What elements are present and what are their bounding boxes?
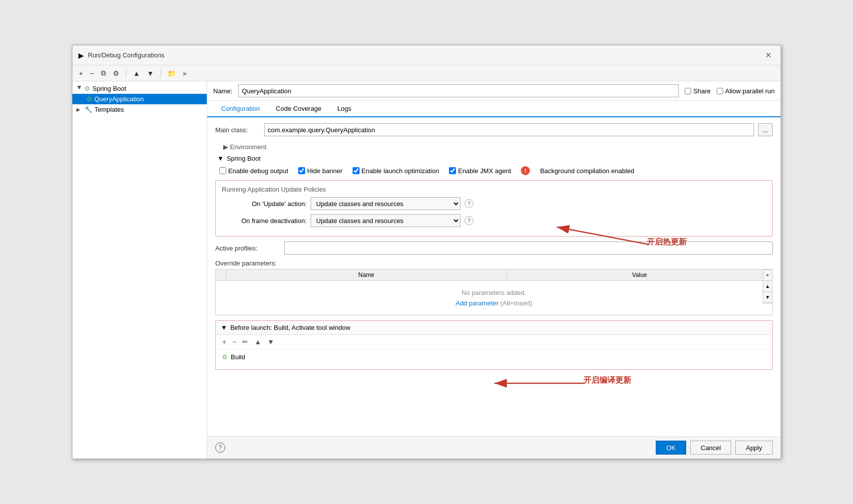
- before-launch-list: ⚙ Build: [216, 349, 772, 369]
- add-param-link[interactable]: Add parameter: [455, 299, 498, 307]
- share-area: Share Allow parallel run: [685, 87, 775, 95]
- sidebar-item-springboot[interactable]: ▶ ⚙ Spring Boot: [72, 83, 207, 94]
- bl-up-button[interactable]: ▲: [252, 337, 264, 347]
- before-launch-header[interactable]: ▼ Before launch: Build, Activate tool wi…: [216, 321, 772, 335]
- add-param-container: Add parameter (Alt+Insert): [220, 299, 768, 307]
- allow-parallel-label: Allow parallel run: [725, 87, 775, 95]
- active-profiles-input[interactable]: [284, 242, 773, 254]
- ok-button[interactable]: OK: [656, 441, 686, 455]
- help-button[interactable]: ?: [215, 443, 225, 453]
- cb-launch-opt-label[interactable]: Enable launch optimization: [353, 167, 439, 175]
- cb-jmx-text: Enable JMX agent: [458, 167, 511, 175]
- table-header-icon: [216, 269, 226, 281]
- cancel-button[interactable]: Cancel: [690, 441, 731, 455]
- window-run-icon: ▶: [78, 51, 84, 59]
- main-class-row: Main class: ...: [215, 123, 773, 136]
- cb-hide-banner[interactable]: [298, 167, 305, 174]
- folder-button[interactable]: 📁: [165, 68, 178, 79]
- templates-arrow-icon: ▶: [76, 107, 82, 112]
- queryapp-icon: ⚙: [86, 95, 92, 103]
- cb-debug-text: Enable debug output: [228, 167, 288, 175]
- tab-logs[interactable]: Logs: [329, 101, 359, 117]
- window: ▶ Run/Debug Configurations ✕ + − ⧉ ⚙ ▲ ▼…: [72, 45, 781, 459]
- bl-down-button[interactable]: ▼: [265, 337, 277, 347]
- before-launch-collapse-icon: ▼: [221, 324, 227, 331]
- cb-hide-banner-text: Hide banner: [307, 167, 343, 175]
- environment-label: ▶ Environment: [223, 143, 267, 151]
- environment-section[interactable]: ▶ Environment: [215, 141, 773, 153]
- active-profiles-row: Active profiles:: [215, 242, 773, 254]
- add-param-hint: (Alt+Insert): [498, 299, 532, 307]
- on-frame-help-icon[interactable]: ?: [464, 216, 473, 225]
- more-button[interactable]: »: [180, 68, 189, 79]
- toolbar-separator-1: [126, 69, 126, 78]
- table-scroll-up[interactable]: +: [763, 270, 772, 281]
- springboot-label: Spring Boot: [92, 85, 126, 92]
- move-down-button[interactable]: ▼: [144, 68, 156, 79]
- update-policies-title: Running Application Update Policies: [222, 186, 766, 193]
- apply-button[interactable]: Apply: [735, 441, 773, 455]
- share-checkbox[interactable]: [685, 88, 691, 94]
- update-policies-section: Running Application Update Policies On '…: [215, 180, 773, 237]
- bl-build-label: Build: [231, 353, 245, 361]
- bl-remove-button[interactable]: −: [230, 337, 239, 347]
- tab-code-coverage[interactable]: Code Coverage: [268, 101, 329, 117]
- table-scroll-down[interactable]: ▲: [763, 281, 772, 292]
- settings-button[interactable]: ⚙: [110, 68, 122, 79]
- on-update-help-icon[interactable]: ?: [464, 199, 473, 208]
- move-up-button[interactable]: ▲: [130, 68, 142, 79]
- sidebar: ▶ ⚙ Spring Boot ⚙ QueryApplication ▶ 🔧 T…: [72, 81, 207, 459]
- main-class-browse-button[interactable]: ...: [758, 123, 773, 136]
- springboot-section-label: Spring Boot: [227, 155, 261, 162]
- sidebar-item-queryapp[interactable]: ⚙ QueryApplication: [72, 94, 207, 104]
- before-launch-label: Before launch: Build, Activate tool wind…: [230, 324, 351, 331]
- tab-configuration[interactable]: Configuration: [213, 101, 268, 117]
- on-frame-row: On frame deactivation: Update classes an…: [222, 214, 766, 227]
- springboot-section-header[interactable]: ▼ Spring Boot: [215, 155, 773, 162]
- tabs: Configuration Code Coverage Logs: [207, 101, 781, 117]
- add-config-button[interactable]: +: [76, 68, 85, 79]
- on-frame-select[interactable]: Update classes and resources: [311, 214, 460, 227]
- footer-left: ?: [215, 443, 225, 453]
- allow-parallel-checkbox[interactable]: [717, 88, 723, 94]
- bl-add-button[interactable]: +: [220, 337, 229, 347]
- springboot-checkboxes: Enable debug output Hide banner Enable l…: [215, 166, 773, 175]
- toolbar-separator-2: [160, 69, 161, 78]
- before-launch-section: ▼ Before launch: Build, Activate tool wi…: [215, 320, 773, 370]
- springboot-arrow-icon: ▶: [77, 86, 82, 92]
- table-header-value: Value: [506, 269, 772, 281]
- bg-compilation-text: Background compilation enabled: [540, 167, 634, 175]
- table-header-name: Name: [226, 269, 506, 281]
- content-area: ▶ ⚙ Spring Boot ⚙ QueryApplication ▶ 🔧 T…: [72, 81, 781, 459]
- table-row: No parameters added. Add parameter (Alt+…: [216, 281, 772, 315]
- cb-jmx-label[interactable]: Enable JMX agent: [449, 167, 511, 175]
- name-label: Name:: [213, 87, 232, 95]
- copy-config-button[interactable]: ⧉: [98, 67, 108, 79]
- close-button[interactable]: ✕: [762, 49, 775, 61]
- title-bar: ▶ Run/Debug Configurations ✕: [72, 45, 781, 65]
- bl-build-item[interactable]: ⚙ Build: [216, 351, 772, 363]
- override-params-label: Override parameters:: [215, 259, 773, 267]
- active-profiles-label: Active profiles:: [215, 245, 280, 252]
- queryapp-label: QueryApplication: [94, 95, 144, 103]
- on-update-select[interactable]: Update classes and resources: [311, 197, 460, 210]
- springboot-icon: ⚙: [84, 85, 90, 92]
- springboot-collapse-icon: ▼: [217, 155, 224, 162]
- sidebar-item-templates[interactable]: ▶ 🔧 Templates: [72, 104, 207, 115]
- name-input[interactable]: [238, 84, 679, 97]
- allow-parallel-checkbox-label[interactable]: Allow parallel run: [717, 87, 775, 95]
- dialog-footer: ? OK Cancel Apply: [207, 436, 781, 459]
- templates-icon: 🔧: [84, 106, 92, 113]
- bl-edit-button[interactable]: ✏: [240, 337, 251, 347]
- table-scroll-up2[interactable]: ▼: [763, 292, 772, 303]
- config-area: Main class: ... ▶ Environment ▼ Spring B…: [207, 117, 781, 436]
- cb-jmx[interactable]: [449, 167, 456, 174]
- cb-debug-output[interactable]: [219, 167, 226, 174]
- cb-launch-opt[interactable]: [353, 167, 360, 174]
- share-checkbox-label[interactable]: Share: [685, 87, 711, 95]
- cb-debug-label[interactable]: Enable debug output: [219, 167, 288, 175]
- cb-launch-opt-text: Enable launch optimization: [362, 167, 439, 175]
- cb-hide-banner-label[interactable]: Hide banner: [298, 167, 343, 175]
- main-class-input[interactable]: [264, 123, 754, 136]
- remove-config-button[interactable]: −: [87, 68, 96, 79]
